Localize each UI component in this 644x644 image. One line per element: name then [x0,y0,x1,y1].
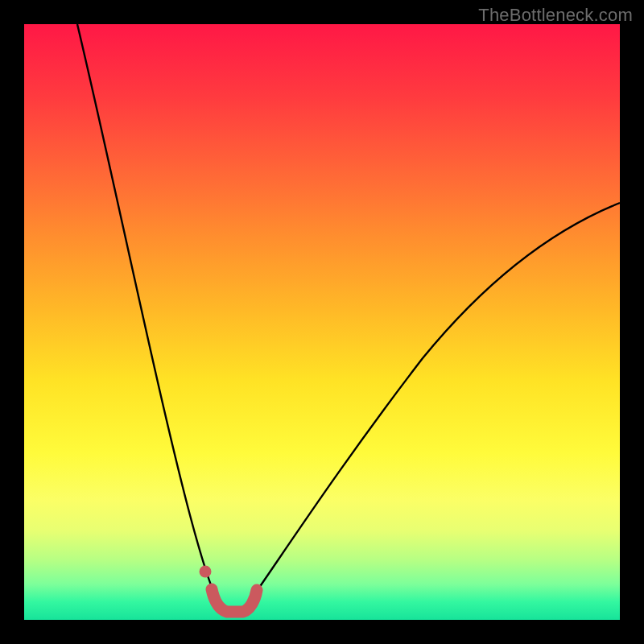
curve-left-branch [77,24,216,597]
marker-dot-left [200,566,212,578]
chart-svg [24,24,620,620]
watermark-text: TheBottleneck.com [478,5,633,26]
marker-valley [212,589,257,612]
chart-frame: TheBottleneck.com [0,0,644,644]
chart-plot-area [24,24,620,620]
curve-right-branch [254,203,620,596]
